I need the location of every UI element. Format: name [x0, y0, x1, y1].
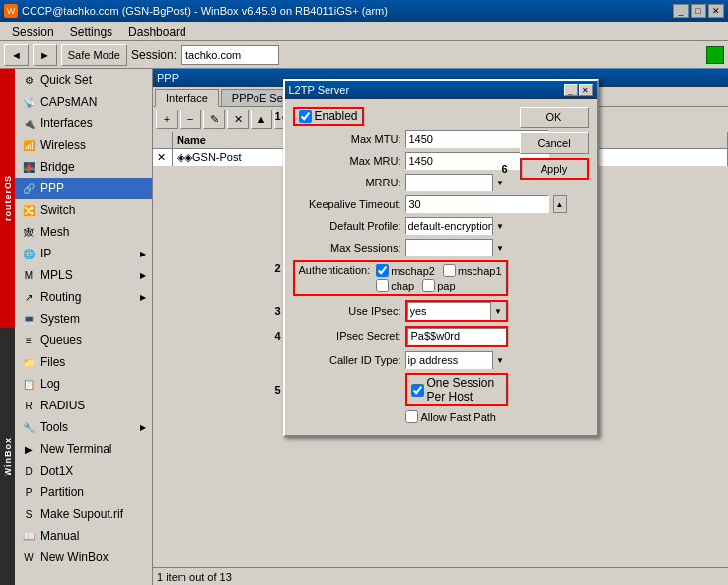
sidebar-item-partition[interactable]: P Partition [15, 481, 152, 503]
max-sessions-select[interactable] [405, 239, 508, 256]
sidebar-item-routing[interactable]: ↗ Routing ▶ [15, 286, 152, 308]
dialog-close-btn[interactable]: ✕ [579, 84, 593, 96]
minimize-btn[interactable]: _ [673, 4, 689, 18]
window-title: CCCP@tachko.com (GSN-BgPost) - WinBox v6… [22, 5, 388, 17]
menu-settings[interactable]: Settings [62, 23, 120, 40]
sidebar-item-dot1x[interactable]: D Dot1X [15, 460, 152, 481]
chap-label[interactable]: chap [376, 279, 414, 292]
ip-icon: 🌐 [21, 246, 36, 261]
back-button[interactable]: ◄ [4, 44, 29, 66]
files-icon: 📁 [21, 354, 36, 370]
menu-dashboard[interactable]: Dashboard [120, 23, 194, 40]
mschap2-label[interactable]: mschap2 [376, 264, 435, 277]
sidebar-item-make-supout[interactable]: S Make Supout.rif [15, 503, 152, 525]
menu-session[interactable]: Session [4, 23, 62, 40]
maximize-btn[interactable]: □ [691, 4, 706, 18]
step1-badge: 1 [275, 110, 281, 122]
max-mtu-label: Max MTU: [293, 133, 401, 145]
content-area: PPP Interface PPPoE Servers L2TP Server … [153, 69, 728, 585]
default-profile-select[interactable]: default-encryption [405, 217, 508, 235]
sidebar-item-interfaces[interactable]: 🔌 Interfaces [15, 112, 152, 134]
sidebar-label-log: Log [40, 377, 60, 391]
allow-fast-path-row: Allow Fast Path [405, 410, 508, 423]
sidebar-label-system: System [40, 312, 80, 326]
sidebar-item-system[interactable]: 💻 System [15, 308, 152, 329]
log-icon: 📋 [21, 376, 36, 392]
pap-checkbox[interactable] [422, 279, 435, 292]
forward-button[interactable]: ► [33, 44, 57, 66]
max-mtu-row: Max MTU: [293, 130, 508, 148]
enabled-checkbox[interactable] [299, 110, 312, 123]
allow-fast-path-checkbox[interactable] [405, 410, 418, 423]
sidebar-item-new-winbox[interactable]: W New WinBox [15, 547, 152, 568]
allow-fast-path-label[interactable]: Allow Fast Path [405, 410, 496, 423]
pap-label[interactable]: pap [422, 279, 455, 292]
sidebar-item-radius[interactable]: R RADIUS [15, 395, 152, 416]
mpls-arrow-icon: ▶ [140, 271, 146, 280]
queues-icon: ≡ [21, 332, 36, 348]
l2tp-dialog-title: L2TP Server _ ✕ [285, 81, 597, 99]
capsman-icon: 📡 [21, 94, 36, 110]
ok-button[interactable]: OK [520, 107, 589, 128]
mschap1-label[interactable]: mschap1 [443, 264, 502, 277]
sidebar-item-ip[interactable]: 🌐 IP ▶ [15, 243, 152, 264]
one-session-field: One Session Per Host [405, 373, 508, 406]
sidebar-item-mesh[interactable]: 🕸 Mesh [15, 221, 152, 243]
sidebar-label-routing: Routing [40, 290, 81, 304]
sidebar-item-capsman[interactable]: 📡 CAPsMAN [15, 91, 152, 112]
ipsec-secret-input[interactable] [407, 328, 506, 345]
tools-icon: 🔧 [21, 419, 36, 435]
supout-icon: S [21, 506, 36, 522]
sidebar-item-quick-set[interactable]: ⚙ Quick Set [15, 69, 152, 91]
enabled-label: Enabled [315, 110, 358, 123]
step5-badge: 5 [275, 384, 281, 396]
safe-mode-button[interactable]: Safe Mode [61, 44, 127, 66]
sidebar-item-ppp[interactable]: 🔗 PPP [15, 178, 152, 199]
auth-checkboxes: mschap2 mschap1 [376, 264, 501, 292]
wireless-icon: 📶 [21, 137, 36, 153]
sidebar-item-mpls[interactable]: M MPLS ▶ [15, 264, 152, 286]
caller-id-select[interactable]: ip address [405, 351, 508, 369]
sidebar-item-queues[interactable]: ≡ Queues [15, 329, 152, 351]
keepalive-input[interactable] [405, 195, 549, 213]
sidebar-label-interfaces: Interfaces [40, 116, 93, 130]
sidebar-item-switch[interactable]: 🔀 Switch [15, 199, 152, 221]
caller-id-row: Caller ID Type: ip address ▼ [293, 351, 508, 369]
sidebar-item-files[interactable]: 📁 Files [15, 351, 152, 373]
session-input[interactable] [181, 45, 279, 65]
sidebar-item-log[interactable]: 📋 Log [15, 373, 152, 395]
keepalive-row: Keepalive Timeout: ▲ [293, 195, 508, 213]
sidebar-item-tools[interactable]: 🔧 Tools ▶ [15, 416, 152, 438]
close-btn[interactable]: ✕ [708, 4, 724, 18]
sidebar-label-queues: Queues [40, 333, 82, 347]
cancel-button[interactable]: Cancel [520, 132, 589, 154]
sidebar-label-switch: Switch [40, 203, 75, 217]
step2-badge: 2 [275, 262, 281, 274]
apply-button[interactable]: Apply [520, 158, 589, 180]
mrru-select[interactable] [405, 174, 508, 191]
step4-badge: 4 [275, 330, 281, 342]
chap-checkbox[interactable] [376, 279, 389, 292]
chap-text: chap [391, 280, 414, 292]
sidebar-label-quick-set: Quick Set [40, 73, 92, 87]
sidebar-item-bridge[interactable]: 🌉 Bridge [15, 156, 152, 178]
routeros-label: routerOS [3, 175, 13, 221]
dialog-buttons: OK Cancel 6 Apply [520, 99, 597, 180]
sidebar-item-new-terminal[interactable]: ▶ New Terminal [15, 438, 152, 460]
terminal-icon: ▶ [21, 441, 36, 457]
sidebar-item-manual[interactable]: 📖 Manual [15, 525, 152, 547]
dot1x-icon: D [21, 463, 36, 478]
mschap1-text: mschap1 [458, 265, 502, 277]
one-session-checkbox[interactable] [411, 384, 424, 397]
mschap1-checkbox[interactable] [443, 264, 456, 277]
auth-row2: chap pap [376, 279, 501, 292]
sidebar-item-wireless[interactable]: 📶 Wireless [15, 134, 152, 156]
keepalive-up-btn[interactable]: ▲ [553, 195, 567, 213]
ipsec-secret-label: IPsec Secret: [293, 330, 401, 342]
dialog-minimize-btn[interactable]: _ [564, 84, 578, 96]
switch-icon: 🔀 [21, 202, 36, 218]
ip-arrow-icon: ▶ [140, 250, 146, 258]
mschap2-checkbox[interactable] [376, 264, 389, 277]
use-ipsec-select[interactable]: yes no [407, 302, 506, 320]
max-mru-label: Max MRU: [293, 155, 401, 167]
